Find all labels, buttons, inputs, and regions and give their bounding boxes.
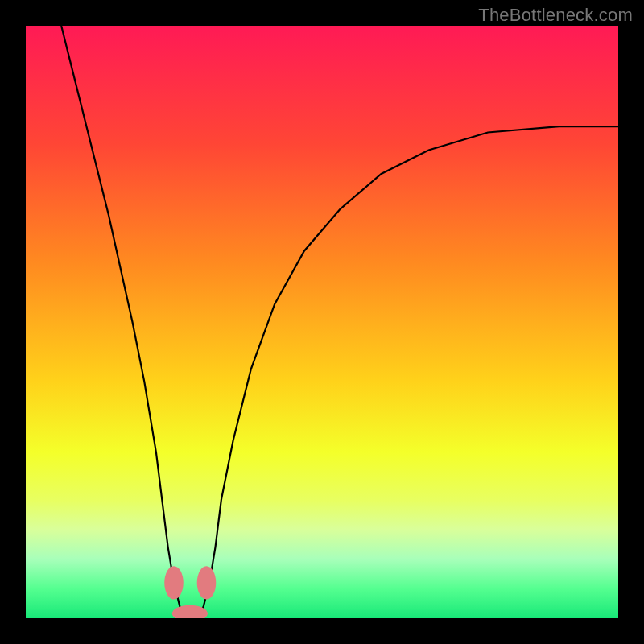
chart-frame: TheBottleneck.com: [0, 0, 644, 644]
plot-area: [26, 26, 618, 618]
chart-background: [26, 26, 618, 618]
watermark-text: TheBottleneck.com: [478, 5, 633, 26]
valley-right: [197, 566, 217, 599]
chart-svg: [26, 26, 618, 618]
valley-left: [164, 566, 184, 599]
